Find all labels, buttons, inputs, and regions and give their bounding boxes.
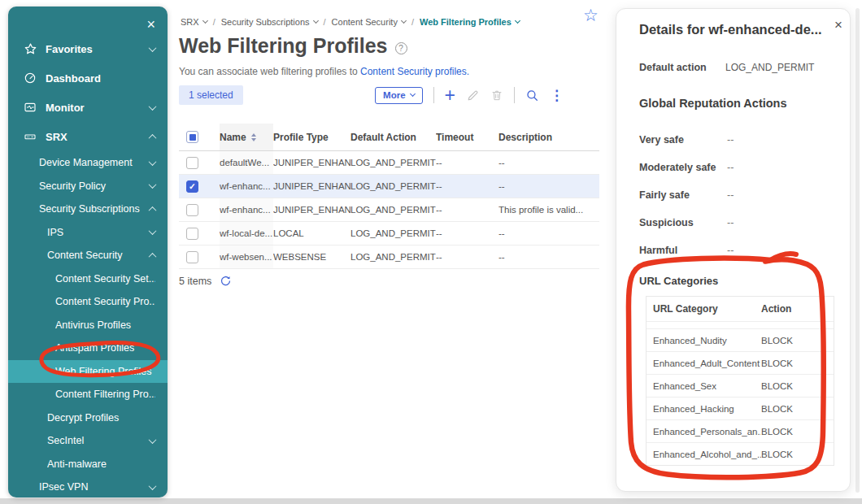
row-checkbox-checked[interactable]: ✓: [186, 180, 198, 193]
toolbar-divider: [514, 87, 515, 103]
sidebar-item-antispam-profiles[interactable]: Antispam Profiles: [8, 337, 168, 360]
table-row-selected[interactable]: ✓ wf-enhanc... JUNIPER_ENHANCED LOG_AND_…: [179, 175, 599, 198]
sidebar-item-content-security-settings[interactable]: Content Security Set...: [8, 267, 168, 291]
sidebar-item-label: Security Subscriptions: [39, 203, 150, 215]
refresh-icon[interactable]: [220, 275, 232, 287]
sidebar-item-content-filtering-profiles[interactable]: Content Filtering Pro...: [8, 383, 168, 406]
column-header-profile-type[interactable]: Profile Type: [273, 132, 350, 143]
sidebar-item-antivirus-profiles[interactable]: Antivirus Profiles: [8, 314, 168, 337]
content-security-profiles-link[interactable]: Content Security profiles.: [360, 66, 469, 77]
sidebar-item-anti-malware[interactable]: Anti-malware: [8, 453, 168, 476]
delete-button[interactable]: [490, 89, 503, 102]
cell-url-category: Enhanced_Personals_an...: [653, 427, 761, 437]
scrollbar-track[interactable]: [855, 8, 860, 493]
chevron-down-icon: [149, 482, 157, 490]
cell-timeout: --: [436, 205, 498, 215]
sort-icon[interactable]: [251, 133, 256, 141]
table-header-row: Name Profile Type Default Action Timeout…: [179, 124, 599, 151]
sidebar-item-security-subscriptions[interactable]: Security Subscriptions: [8, 198, 168, 221]
kebab-menu-icon[interactable]: ⋮: [550, 87, 564, 104]
row-checkbox[interactable]: [186, 251, 198, 263]
sidebar-item-label: Favorites: [46, 43, 141, 55]
cell-url-action: BLOCK: [761, 404, 834, 414]
details-title: Details for wf-enhanced-de...: [639, 22, 829, 37]
cell-name: wf-enhanc...: [220, 175, 273, 198]
chevron-down-icon: [401, 18, 407, 24]
cell-profile-type: LOCAL: [273, 228, 350, 238]
url-table-row: Enhanced_Nudity BLOCK: [646, 328, 834, 351]
sidebar-item-content-security[interactable]: Content Security: [8, 244, 168, 267]
sidebar-item-label: Content Filtering Pro...: [55, 389, 155, 400]
column-header-default-action[interactable]: Default Action: [350, 132, 436, 143]
breadcrumb-item-srx[interactable]: SRX: [181, 17, 207, 27]
row-checkbox[interactable]: [186, 157, 198, 169]
cell-default-action: LOG_AND_PERMIT: [350, 205, 436, 215]
url-table-header: URL Category Action: [646, 297, 834, 321]
cell-default-action: LOG_AND_PERMIT: [350, 158, 436, 167]
breadcrumb-item-security-subscriptions[interactable]: Security Subscriptions: [221, 17, 318, 27]
cell-url-action: BLOCK: [761, 358, 834, 368]
sidebar-item-label: Monitor: [46, 102, 141, 114]
cell-name: wf-local-de...: [220, 222, 273, 245]
sidebar-item-device-management[interactable]: Device Management: [8, 151, 168, 175]
page-title-text: Web Filtering Profiles: [179, 34, 388, 58]
column-header-timeout[interactable]: Timeout: [436, 132, 498, 143]
field-value: LOG_AND_PERMIT: [725, 62, 814, 73]
cell-default-action: LOG_AND_PERMIT: [350, 228, 436, 238]
sidebar-item-decrypt-profiles[interactable]: Decrypt Profiles: [8, 406, 168, 430]
breadcrumb-label: Web Filtering Profiles: [420, 17, 512, 27]
sidebar-item-ips[interactable]: IPS: [8, 221, 168, 245]
chevron-down-icon: [149, 180, 157, 189]
chevron-down-icon: [149, 227, 157, 235]
breadcrumb-item-content-security[interactable]: Content Security: [332, 17, 406, 27]
help-icon[interactable]: ?: [395, 42, 407, 54]
reputation-value: --: [727, 217, 734, 228]
favorite-star-icon[interactable]: ☆: [583, 7, 599, 24]
sidebar-close-icon[interactable]: ×: [146, 17, 155, 32]
sidebar-item-secintel[interactable]: SecIntel: [8, 429, 168, 453]
cell-url-action: BLOCK: [761, 427, 834, 437]
reputation-list: Very safe -- Moderately safe -- Fairly s…: [639, 126, 826, 264]
details-panel: Details for wf-enhanced-de... × Default …: [616, 8, 851, 492]
search-icon[interactable]: [525, 89, 539, 102]
close-icon[interactable]: ×: [834, 18, 842, 32]
chevron-down-icon: [410, 91, 416, 97]
cell-url-category: Enhanced_Alcohol_and_...: [653, 450, 761, 459]
table-row[interactable]: wf-websen... WEBSENSE LOG_AND_PERMIT -- …: [179, 245, 599, 269]
sidebar-item-favorites[interactable]: Favorites: [8, 34, 168, 63]
more-button[interactable]: More: [375, 87, 422, 104]
sidebar-item-srx[interactable]: SRX: [8, 122, 168, 151]
row-checkbox[interactable]: [186, 228, 198, 240]
row-checkbox[interactable]: [186, 204, 198, 216]
table-row[interactable]: wf-local-de... LOCAL LOG_AND_PERMIT -- -…: [179, 222, 599, 245]
url-table-row: Enhanced_Alcohol_and_... BLOCK: [646, 442, 834, 465]
sidebar-item-content-security-profiles[interactable]: Content Security Pro...: [8, 290, 168, 314]
table-row[interactable]: wf-enhanc... JUNIPER_ENHANCED LOG_AND_PE…: [179, 198, 599, 222]
sidebar-item-security-policy[interactable]: Security Policy: [8, 175, 168, 198]
reputation-heading: Global Reputation Actions: [639, 97, 787, 110]
breadcrumb-label: SRX: [181, 17, 199, 27]
url-categories-table: URL Category Action Enhanced_Nudity BLOC…: [646, 296, 834, 466]
cell-timeout: --: [436, 228, 498, 238]
selected-count-badge: 1 selected: [179, 85, 243, 105]
chevron-up-icon: [149, 253, 157, 261]
sidebar-item-web-filtering-profiles[interactable]: Web Filtering Profiles: [8, 360, 168, 384]
reputation-row: Moderately safe --: [639, 154, 826, 181]
sidebar-item-ipsec-vpn[interactable]: IPsec VPN: [8, 476, 168, 499]
sidebar-item-monitor[interactable]: Monitor: [8, 93, 168, 122]
reputation-row: Fairly safe --: [639, 181, 826, 209]
sidebar-item-dashboard[interactable]: Dashboard: [8, 63, 168, 93]
reputation-label: Moderately safe: [639, 162, 727, 173]
page-title: Web Filtering Profiles ?: [179, 34, 407, 58]
sidebar-item-label: Anti-malware: [47, 458, 155, 470]
column-header-action: Action: [761, 303, 834, 315]
select-all-checkbox[interactable]: [186, 131, 198, 143]
breadcrumb-item-web-filtering-profiles[interactable]: Web Filtering Profiles: [420, 17, 520, 27]
edit-button[interactable]: [466, 89, 480, 102]
column-header-description[interactable]: Description: [498, 132, 599, 143]
add-button[interactable]: +: [445, 88, 455, 102]
column-header-name[interactable]: Name: [220, 132, 246, 143]
reputation-row: Harmful --: [639, 237, 826, 264]
url-table-row: Enhanced_Adult_Content BLOCK: [646, 351, 834, 374]
table-row[interactable]: defaultWe... JUNIPER_ENHANCED LOG_AND_PE…: [179, 151, 599, 175]
